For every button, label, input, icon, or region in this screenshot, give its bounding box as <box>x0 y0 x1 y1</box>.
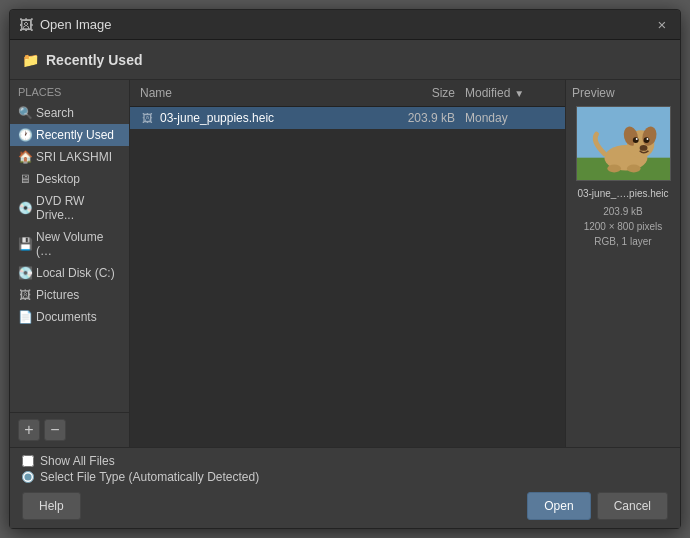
svg-point-9 <box>643 137 649 143</box>
svg-point-11 <box>646 138 648 140</box>
sidebar-item-desktop[interactable]: 🖥 Desktop <box>10 168 129 190</box>
checkboxes-row: Show All Files Select File Type (Automat… <box>10 448 680 488</box>
file-size: 203.9 kB <box>375 111 455 125</box>
search-icon: 🔍 <box>18 106 32 120</box>
sidebar-item-new-volume-label: New Volume (… <box>36 230 121 258</box>
open-image-dialog: 🖼 Open Image × 📁 Recently Used Places 🔍 … <box>9 9 681 529</box>
column-modified[interactable]: Modified ▼ <box>455 86 555 100</box>
sidebar: Places 🔍 Search 🕐 Recently Used 🏠 SRI LA… <box>10 80 130 447</box>
svg-point-13 <box>626 165 640 173</box>
sidebar-item-sri-lakshmi-label: SRI LAKSHMI <box>36 150 112 164</box>
file-modified: Monday <box>455 111 555 125</box>
column-size[interactable]: Size <box>375 86 455 100</box>
dialog-icon: 🖼 <box>18 17 34 33</box>
dialog-title: Open Image <box>40 17 652 32</box>
main-content: Places 🔍 Search 🕐 Recently Used 🏠 SRI LA… <box>10 80 680 447</box>
preview-filename: 03-june_….pies.heic <box>577 187 668 200</box>
preview-title: Preview <box>572 86 615 100</box>
column-name[interactable]: Name <box>140 86 375 100</box>
table-row[interactable]: 🖼 03-june_puppies.heic 203.9 kB Monday <box>130 107 565 129</box>
sidebar-item-local-disk-label: Local Disk (C:) <box>36 266 115 280</box>
file-type-icon: 🖼 <box>140 111 154 125</box>
remove-bookmark-button[interactable]: − <box>44 419 66 441</box>
location-label: Recently Used <box>46 52 142 68</box>
open-button[interactable]: Open <box>527 492 590 520</box>
sidebar-footer: + − <box>10 412 129 447</box>
help-button[interactable]: Help <box>22 492 81 520</box>
sidebar-item-dvd-rw[interactable]: 💿 DVD RW Drive... <box>10 190 129 226</box>
sidebar-item-documents-label: Documents <box>36 310 97 324</box>
desktop-icon: 🖥 <box>18 172 32 186</box>
preview-image <box>576 106 671 181</box>
file-list-header: Name Size Modified ▼ <box>130 80 565 107</box>
add-bookmark-button[interactable]: + <box>18 419 40 441</box>
file-list: 🖼 03-june_puppies.heic 203.9 kB Monday <box>130 107 565 447</box>
svg-point-10 <box>635 138 637 140</box>
sidebar-item-local-disk[interactable]: 💽 Local Disk (C:) <box>10 262 129 284</box>
svg-point-12 <box>607 165 621 173</box>
sidebar-item-pictures[interactable]: 🖼 Pictures <box>10 284 129 306</box>
recently-used-icon: 🕐 <box>18 128 32 142</box>
buttons-row: Help Open Cancel <box>10 488 680 528</box>
select-file-type-input[interactable] <box>22 471 34 483</box>
documents-icon: 📄 <box>18 310 32 324</box>
preview-meta: 203.9 kB 1200 × 800 pixels RGB, 1 layer <box>584 204 663 249</box>
show-all-files-checkbox[interactable]: Show All Files <box>22 454 668 468</box>
volume-icon: 💾 <box>18 237 32 251</box>
sidebar-item-search[interactable]: 🔍 Search <box>10 102 129 124</box>
help-btn-area: Help <box>22 492 521 520</box>
close-button[interactable]: × <box>652 15 672 35</box>
sidebar-item-recently-used[interactable]: 🕐 Recently Used <box>10 124 129 146</box>
sidebar-item-desktop-label: Desktop <box>36 172 80 186</box>
file-area: Name Size Modified ▼ 🖼 03-june_puppies.h… <box>130 80 565 447</box>
file-name: 03-june_puppies.heic <box>160 111 375 125</box>
sidebar-item-sri-lakshmi[interactable]: 🏠 SRI LAKSHMI <box>10 146 129 168</box>
title-bar: 🖼 Open Image × <box>10 10 680 40</box>
sidebar-item-documents[interactable]: 📄 Documents <box>10 306 129 328</box>
disk-icon: 💽 <box>18 266 32 280</box>
location-bar: 📁 Recently Used <box>10 40 680 80</box>
sidebar-item-dvd-label: DVD RW Drive... <box>36 194 121 222</box>
pictures-icon: 🖼 <box>18 288 32 302</box>
sidebar-item-recently-used-label: Recently Used <box>36 128 114 142</box>
select-file-type-radio[interactable]: Select File Type (Automatically Detected… <box>22 470 668 484</box>
location-icon: 📁 <box>20 50 40 70</box>
sidebar-item-new-volume[interactable]: 💾 New Volume (… <box>10 226 129 262</box>
sidebar-places-header: Places <box>10 80 129 102</box>
sort-arrow-icon: ▼ <box>514 88 524 99</box>
bottom-bar: Show All Files Select File Type (Automat… <box>10 447 680 528</box>
dvd-icon: 💿 <box>18 201 32 215</box>
cancel-button[interactable]: Cancel <box>597 492 668 520</box>
sidebar-item-search-label: Search <box>36 106 74 120</box>
preview-panel: Preview <box>565 80 680 447</box>
svg-point-8 <box>632 137 638 143</box>
sidebar-item-pictures-label: Pictures <box>36 288 79 302</box>
home-icon: 🏠 <box>18 150 32 164</box>
svg-point-7 <box>639 145 647 151</box>
show-all-files-input[interactable] <box>22 455 34 467</box>
